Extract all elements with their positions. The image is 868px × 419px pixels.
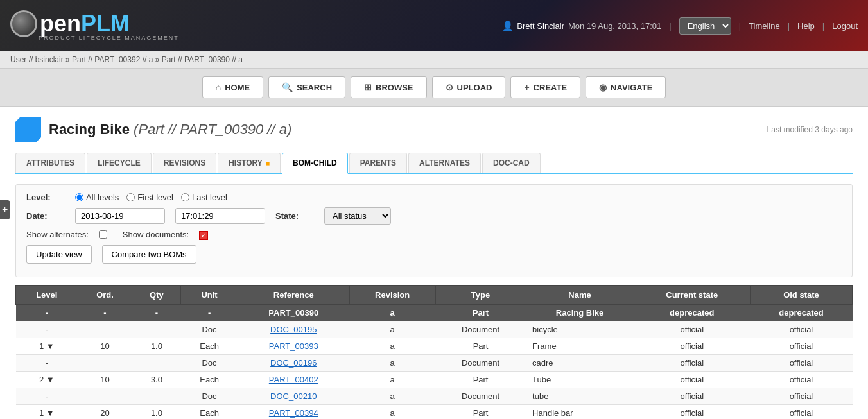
logout-link[interactable]: Logout [832, 21, 858, 31]
show-filter-row: Show alternates: Show documents: ✓ [26, 230, 842, 240]
cell-ord: - [78, 304, 132, 321]
cell-qty [132, 388, 181, 404]
logo-subtitle: PRODUCT LIFECYCLE MANAGEMENT [39, 35, 179, 41]
cell-old-state: official [750, 404, 852, 419]
tab-revisions[interactable]: REVISIONS [153, 153, 216, 173]
cell-revision: a [349, 321, 435, 338]
cell-ord [78, 354, 132, 371]
language-select[interactable]: English French [679, 17, 731, 35]
cell-unit: Each [181, 338, 238, 354]
level-last-radio[interactable]: Last level [181, 192, 227, 202]
cell-ord [78, 388, 132, 404]
level-all-radio[interactable]: All levels [75, 192, 119, 202]
timeline-link[interactable]: Timeline [749, 21, 780, 31]
tab-doc-cad[interactable]: DOC-CAD [482, 153, 541, 173]
compare-boms-button[interactable]: Compare two BOMs [102, 245, 196, 264]
table-row: 1 ▼ 10 1.0 Each PART_00393 a Part Frame … [16, 338, 853, 354]
cell-unit: - [181, 304, 238, 321]
reference-link[interactable]: DOC_00195 [270, 325, 317, 334]
col-qty: Qty [132, 285, 181, 304]
home-icon: ⌂ [216, 82, 221, 92]
tab-parents[interactable]: PARENTS [349, 153, 407, 173]
browse-label: BROWSE [376, 83, 413, 92]
reference-link[interactable]: PART_00394 [269, 408, 318, 418]
search-button[interactable]: 🔍 SEARCH [268, 76, 345, 98]
table-row: 1 ▼ 20 1.0 Each PART_00394 a Part Handle… [16, 404, 853, 419]
col-reference: Reference [238, 285, 349, 304]
cell-reference: PART_00402 [238, 371, 349, 388]
cell-reference: PART_00393 [238, 338, 349, 354]
col-type: Type [435, 285, 526, 304]
cell-level: - [16, 321, 78, 338]
cell-revision: a [349, 404, 435, 419]
reference-link[interactable]: PART_00402 [269, 375, 318, 384]
create-button[interactable]: + CREATE [510, 76, 580, 98]
navigate-button[interactable]: ◉ NAVIGATE [586, 76, 666, 98]
tabs: ATTRIBUTES LIFECYCLE REVISIONS HISTORY ■… [15, 153, 853, 174]
side-expand-tab[interactable]: + [0, 200, 10, 219]
logo-text: penPLM [40, 10, 130, 37]
update-view-button[interactable]: Update view [26, 245, 92, 264]
cell-old-state: official [750, 338, 852, 354]
table-row: 2 ▼ 10 3.0 Each PART_00402 a Part Tube o… [16, 371, 853, 388]
cell-qty [132, 321, 181, 338]
cell-unit: Doc [181, 388, 238, 404]
cell-current-state: official [634, 371, 750, 388]
level-last-input[interactable] [181, 193, 189, 201]
cell-type: Document [435, 321, 526, 338]
table-header-row: Level Ord. Qty Unit Reference Revision T… [16, 285, 853, 304]
date-input[interactable] [75, 208, 165, 224]
cell-unit: Each [181, 371, 238, 388]
logo-circle-icon [10, 10, 37, 37]
cell-ord: 20 [78, 404, 132, 419]
level-first-radio[interactable]: First level [126, 192, 173, 202]
tab-attributes[interactable]: ATTRIBUTES [15, 153, 85, 173]
tab-alternates[interactable]: ALTERNATES [408, 153, 481, 173]
main-content: Racing Bike (Part // PART_00390 // a) La… [0, 107, 868, 419]
cell-reference: PART_00390 [238, 304, 349, 321]
reference-link[interactable]: PART_00393 [269, 341, 318, 351]
navigate-label: NAVIGATE [611, 83, 652, 92]
col-level: Level [16, 285, 78, 304]
home-button[interactable]: ⌂ HOME [202, 76, 263, 98]
table-row: - Doc DOC_00210 a Document tube official… [16, 388, 853, 404]
table-row: - Doc DOC_00195 a Document bicycle offic… [16, 321, 853, 338]
table-row: - Doc DOC_00196 a Document cadre officia… [16, 354, 853, 371]
cell-name: Racing Bike [526, 304, 634, 321]
filter-area: Level: All levels First level Last level… [15, 184, 853, 277]
state-select[interactable]: All status official deprecated prelimina… [324, 207, 391, 225]
help-link[interactable]: Help [797, 21, 815, 31]
reference-link[interactable]: DOC_00210 [270, 391, 317, 401]
col-old-state: Old state [750, 285, 852, 304]
cell-unit: Each [181, 404, 238, 419]
cell-revision: a [349, 354, 435, 371]
col-unit: Unit [181, 285, 238, 304]
reference-link[interactable]: DOC_00196 [270, 358, 317, 368]
user-link[interactable]: Brett Sinclair [517, 21, 564, 31]
level-first-input[interactable] [126, 193, 135, 201]
time-input[interactable] [175, 208, 265, 224]
cell-revision: a [349, 304, 435, 321]
level-filter-row: Level: All levels First level Last level [26, 192, 842, 202]
cell-name: Tube [526, 371, 634, 388]
tab-bom-child[interactable]: BOM-CHILD [282, 153, 348, 174]
top-header: penPLM PRODUCT LIFECYCLE MANAGEMENT 👤 Br… [0, 0, 868, 51]
checked-icon[interactable]: ✓ [199, 231, 208, 240]
search-label: SEARCH [297, 83, 332, 92]
breadcrumb: User // bsinclair » Part // PART_00392 /… [0, 51, 868, 69]
tab-lifecycle[interactable]: LIFECYCLE [87, 153, 152, 173]
show-alternates-checkbox[interactable] [99, 230, 107, 239]
table-row: - - - - PART_00390 a Part Racing Bike de… [16, 304, 853, 321]
header-right: 👤 Brett Sinclair Mon 19 Aug. 2013, 17:01… [502, 17, 858, 35]
browse-button[interactable]: ⊞ BROWSE [351, 76, 427, 98]
cell-qty: 1.0 [132, 338, 181, 354]
cell-current-state: official [634, 321, 750, 338]
col-current-state: Current state [634, 285, 750, 304]
date-label: Date: [26, 211, 65, 221]
level-all-input[interactable] [75, 193, 83, 201]
upload-button[interactable]: ⊙ UPLOAD [432, 76, 506, 98]
tab-history[interactable]: HISTORY ■ [218, 153, 281, 173]
cell-unit: Doc [181, 354, 238, 371]
cell-ord: 10 [78, 371, 132, 388]
date-filter-row: Date: State: All status official depreca… [26, 207, 842, 225]
